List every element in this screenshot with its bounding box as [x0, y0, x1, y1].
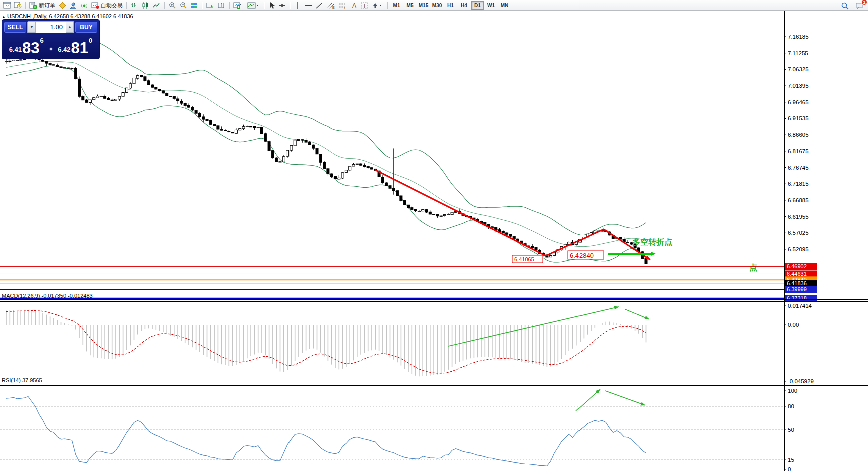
- candle: [396, 191, 399, 196]
- candle: [45, 61, 48, 66]
- rsi-panel[interactable]: [0, 388, 784, 466]
- candle: [305, 138, 307, 142]
- template-dropdown[interactable]: [246, 1, 262, 10]
- candle: [275, 157, 278, 162]
- chart-canvas[interactable]: 多空转折点点6.410656.428406.469026.446316.4284…: [0, 11, 868, 471]
- metaeditor-icon[interactable]: [57, 1, 68, 10]
- autotrading-button[interactable]: 自动交易: [90, 1, 124, 10]
- timeframe-button-MN[interactable]: MN: [498, 1, 511, 10]
- search-icon[interactable]: [839, 1, 851, 10]
- green-support-arrow: [651, 252, 656, 256]
- buy-price[interactable]: 6.42 81 0: [51, 33, 100, 58]
- line-chart-button[interactable]: [151, 1, 162, 10]
- candle: [363, 163, 366, 167]
- candle: [271, 150, 274, 159]
- annotation-text[interactable]: 多空转折点: [632, 237, 672, 247]
- chat-icon[interactable]: 1: [854, 1, 866, 10]
- rsi-tick-label: 50: [788, 427, 794, 433]
- sell-price[interactable]: 6.41 83 6: [2, 33, 51, 58]
- new-order-label: 新订单: [39, 2, 55, 9]
- crosshair-button[interactable]: [277, 1, 287, 10]
- candle: [414, 209, 417, 212]
- timeframe-button-M5[interactable]: M5: [404, 1, 416, 10]
- candle: [184, 103, 186, 109]
- sell-button[interactable]: SELL: [4, 22, 26, 33]
- candle: [129, 82, 132, 89]
- chart-shift-button[interactable]: [216, 1, 227, 10]
- timeframe-button-W1[interactable]: W1: [485, 1, 497, 10]
- timeframe-button-M1[interactable]: M1: [390, 1, 403, 10]
- candle: [286, 150, 289, 157]
- candle: [440, 215, 442, 217]
- buy-price-sup: 0: [89, 37, 92, 44]
- timeframe-toolbar: M1M5M15M30H1H4D1W1MN: [390, 1, 511, 10]
- equidistant-channel-button[interactable]: E: [325, 1, 337, 10]
- zoom-in-button[interactable]: [167, 1, 178, 10]
- text-button[interactable]: A: [349, 1, 359, 10]
- candle: [235, 128, 237, 134]
- timeframe-button-H1[interactable]: H1: [444, 1, 457, 10]
- candle: [429, 210, 431, 214]
- chart-window-icon[interactable]: [2, 1, 12, 10]
- tile-windows-button[interactable]: [189, 1, 200, 10]
- buy-button[interactable]: BUY: [75, 22, 97, 33]
- fibonacci-button[interactable]: F: [337, 1, 349, 10]
- bollinger-upper-band: [6, 41, 646, 235]
- price-badge-text: 6.39999: [787, 286, 807, 292]
- mql5-community-icon[interactable]: [68, 1, 79, 10]
- candle: [220, 126, 223, 130]
- candle-chart-button[interactable]: [140, 1, 151, 10]
- rsi-tick-label: 15: [788, 457, 794, 463]
- profiles-icon[interactable]: [12, 1, 23, 10]
- timeframe-button-M15[interactable]: M15: [417, 1, 430, 10]
- signals-icon[interactable]: [79, 1, 90, 10]
- text-label-button[interactable]: T: [359, 1, 370, 10]
- bar-chart-button[interactable]: [129, 1, 140, 10]
- horizontal-line-button[interactable]: [303, 1, 314, 10]
- macd-tick-label: 0.017414: [788, 303, 812, 309]
- price-tick-label: 7.16185: [788, 34, 809, 40]
- candle: [16, 60, 18, 61]
- price-badge-text: 6.46902: [787, 263, 807, 269]
- main-chart-panel[interactable]: 多空转折点点6.410656.42840: [5, 41, 758, 272]
- vertical-line-button[interactable]: [292, 1, 303, 10]
- cursor-button[interactable]: [266, 1, 277, 10]
- price-tick-label: 6.86605: [788, 132, 809, 138]
- macd-indicator-label: MACD(12,26,9) -0.017350 -0.012483: [2, 293, 93, 299]
- candle: [341, 172, 344, 179]
- rsi-tick-label: 80: [788, 403, 794, 409]
- candle: [155, 87, 157, 90]
- timeframe-button-M30[interactable]: M30: [431, 1, 443, 10]
- volume-input[interactable]: 1.00: [36, 22, 66, 33]
- candle: [82, 95, 84, 100]
- candle: [316, 147, 318, 154]
- sell-price-sup: 6: [40, 37, 44, 44]
- toolbar: 新订单 自动交易 E F A T M1M5M: [0, 0, 868, 11]
- candle: [282, 155, 285, 162]
- indicators-dropdown[interactable]: [232, 1, 246, 10]
- volume-up-button[interactable]: ▲: [66, 22, 74, 33]
- candle: [158, 89, 161, 91]
- candle: [294, 140, 296, 146]
- zoom-out-button[interactable]: [178, 1, 189, 10]
- candle: [298, 139, 300, 141]
- timeframe-button-H4[interactable]: H4: [458, 1, 470, 10]
- candle: [195, 110, 197, 113]
- candle: [407, 205, 410, 209]
- candle: [151, 84, 154, 88]
- macd-panel[interactable]: [6, 305, 650, 376]
- candle: [425, 209, 428, 213]
- annotation-text[interactable]: 点: [749, 263, 757, 272]
- sell-price-small: 6.41: [9, 46, 22, 53]
- new-order-button[interactable]: 新订单: [28, 1, 57, 10]
- trendline-button[interactable]: [314, 1, 325, 10]
- volume-down-button[interactable]: ▼: [28, 22, 36, 33]
- candle: [392, 148, 395, 194]
- candle: [162, 90, 164, 94]
- candle: [451, 212, 453, 215]
- price-tick-label: 6.57025: [788, 230, 809, 236]
- timeframe-button-D1[interactable]: D1: [471, 1, 484, 10]
- candle: [173, 96, 175, 100]
- auto-scroll-button[interactable]: [204, 1, 216, 10]
- arrows-dropdown[interactable]: [370, 1, 385, 10]
